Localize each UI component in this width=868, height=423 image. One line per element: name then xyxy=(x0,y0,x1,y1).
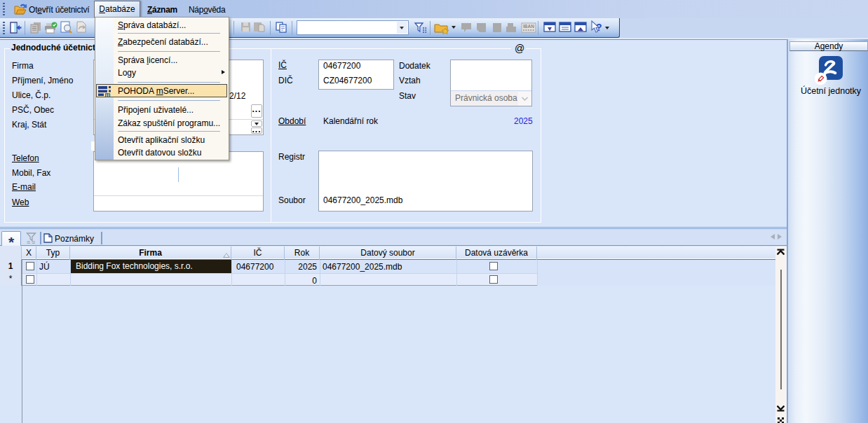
svg-text:m: m xyxy=(105,91,111,97)
svg-text:IBAN: IBAN xyxy=(523,24,534,29)
svg-text:?: ? xyxy=(596,22,602,33)
